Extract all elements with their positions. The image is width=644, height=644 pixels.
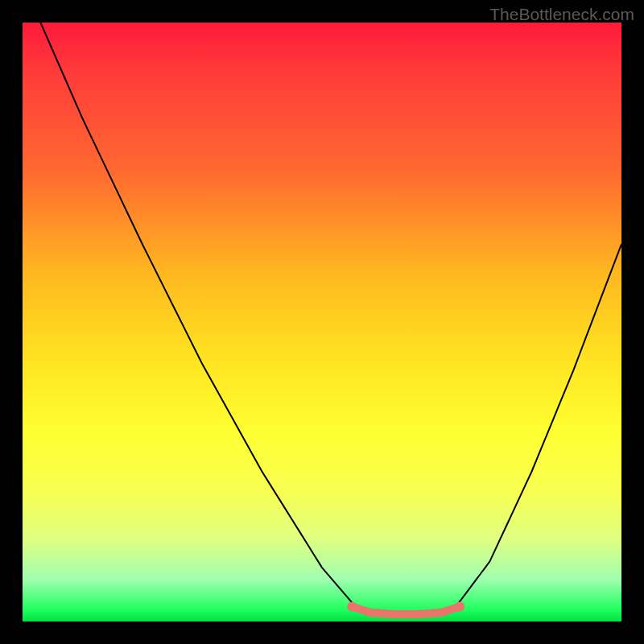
watermark-text: TheBottleneck.com	[489, 5, 634, 24]
svg-point-1	[455, 601, 464, 611]
bottom-highlight	[347, 601, 464, 614]
right-curve	[454, 244, 621, 609]
svg-point-0	[347, 601, 357, 611]
chart-plot-area	[23, 23, 621, 621]
chart-svg	[23, 23, 621, 621]
left-curve	[40, 23, 357, 609]
